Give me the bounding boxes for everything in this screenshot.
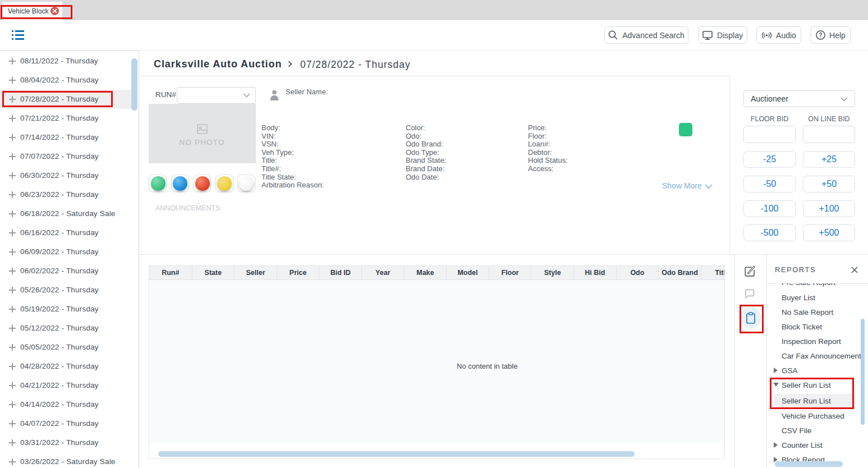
svg-text:?: ? (819, 31, 822, 38)
